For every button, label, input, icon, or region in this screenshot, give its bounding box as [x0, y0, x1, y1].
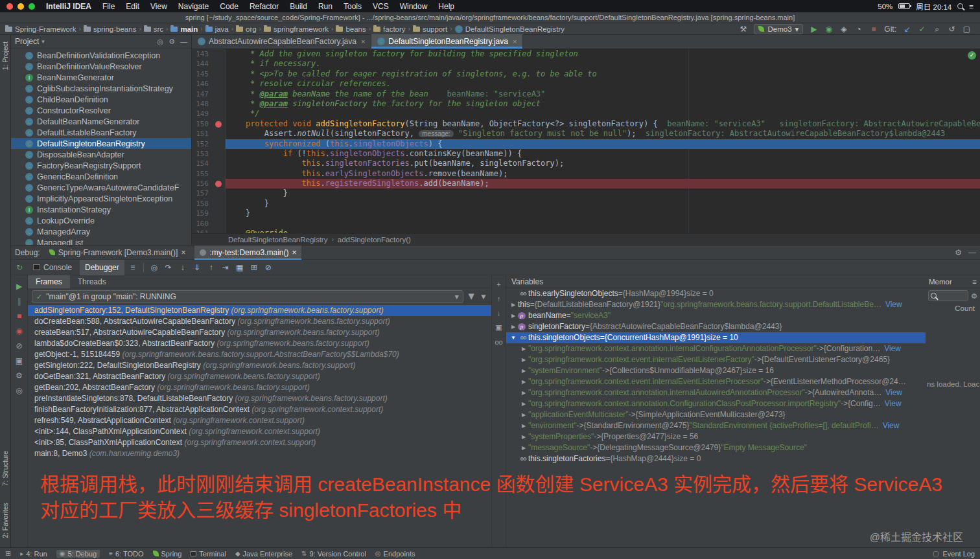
gear-icon[interactable]: ⚙: [169, 38, 175, 46]
code-line-text[interactable]: @Override: [226, 229, 980, 233]
breakpoint-gutter[interactable]: [213, 179, 226, 188]
menu-item-help[interactable]: Help: [438, 2, 454, 11]
run-icon[interactable]: ▶: [810, 25, 818, 34]
variable-row[interactable]: ▶"org.springframework.context.event.inte…: [506, 354, 926, 365]
stack-frame-row[interactable]: createBean:517, AbstractAutowireCapableB…: [28, 327, 491, 338]
menu-icon[interactable]: ≡: [972, 278, 977, 286]
debug-icon[interactable]: ◉: [824, 25, 833, 34]
mute-breakpoints-icon[interactable]: ⊘: [262, 263, 274, 272]
frame-down-icon[interactable]: ▶: [467, 293, 476, 299]
pin-icon[interactable]: ◎: [16, 386, 22, 395]
menu-item-refactor[interactable]: Refactor: [250, 2, 279, 11]
breakpoint-icon[interactable]: [215, 181, 222, 187]
code-line-text[interactable]: * if necessary.: [226, 59, 980, 69]
collapsed-icon[interactable]: ▶: [519, 354, 528, 365]
variable-row[interactable]: ▶"systemProperties" -> {Properties@2477}…: [506, 431, 926, 442]
variable-row[interactable]: ▶"org.springframework.context.annotation…: [506, 343, 926, 354]
breakpoint-gutter[interactable]: [213, 169, 226, 179]
breadcrumb-item-defaultsingletonbeanregistry[interactable]: CDefaultSingletonBeanRegistry: [455, 25, 565, 33]
collapsed-icon[interactable]: ▶: [519, 420, 528, 431]
menu-item-build[interactable]: Build: [290, 2, 307, 11]
memory-count-header[interactable]: Count: [926, 303, 980, 314]
stack-frame-row[interactable]: <init>:85, ClassPathXmlApplicationContex…: [28, 437, 491, 448]
tree-item-constructorresolver[interactable]: CConstructorResolver: [11, 105, 191, 116]
tree-item-lookupoverride[interactable]: CLookupOverride: [11, 215, 191, 226]
code-line-text[interactable]: */: [226, 109, 980, 119]
variable-row[interactable]: ▶pbeanName = "serviceA3": [506, 310, 926, 321]
force-step-into-icon[interactable]: ⇓: [191, 263, 203, 272]
spotlight-search-icon[interactable]: [957, 3, 963, 9]
breakpoint-gutter[interactable]: [213, 129, 226, 139]
variable-row[interactable]: ▶"systemEnvironment" -> {Collections$Unm…: [506, 365, 926, 376]
tree-item-beandefinitionvalidationexception[interactable]: CBeanDefinitionValidationException: [11, 50, 191, 61]
code-line-text[interactable]: this.singletonFactories.put(beanName, si…: [226, 159, 980, 168]
view-link[interactable]: View: [885, 299, 902, 310]
code-line-text[interactable]: * <p>To be called for eager registration…: [226, 69, 980, 79]
collapsed-icon[interactable]: ▶: [519, 409, 528, 420]
tab-frames[interactable]: Frames: [28, 275, 70, 288]
filter-frames-icon[interactable]: ▼: [480, 292, 487, 301]
step-over-icon[interactable]: ↷: [163, 263, 174, 272]
run-config-select[interactable]: Demo3▾: [754, 24, 803, 34]
code-line-text[interactable]: }: [226, 188, 980, 198]
statusbar-item-spring[interactable]: Spring: [153, 550, 182, 558]
memory-search-input[interactable]: [928, 290, 968, 301]
tab-threads[interactable]: Threads: [70, 275, 114, 288]
breakpoint-gutter[interactable]: [213, 89, 226, 99]
close-window-button[interactable]: [6, 3, 13, 10]
breakpoint-gutter[interactable]: [213, 219, 226, 229]
debug-session-tab-active[interactable]: :my-test:Demo3.main() ×: [194, 245, 301, 260]
gear-icon[interactable]: ⚙: [955, 248, 962, 257]
hide-panel-icon[interactable]: —: [180, 38, 187, 46]
breadcrumb-item-org[interactable]: org: [236, 25, 257, 33]
statusbar-item-vcs[interactable]: ⇅9: Version Control: [301, 550, 366, 558]
window-layout-icon[interactable]: ▢: [962, 25, 971, 34]
inspections-ok-icon[interactable]: ✓: [968, 51, 976, 60]
variable-row[interactable]: ▶"applicationEventMulticaster" -> {Simpl…: [506, 409, 926, 420]
rerun-icon[interactable]: ↻: [14, 263, 25, 272]
breadcrumb-item-factory[interactable]: factory: [373, 25, 406, 33]
view-link[interactable]: View: [885, 387, 902, 398]
collapsed-icon[interactable]: ▶: [519, 387, 528, 398]
menu-item-view[interactable]: View: [150, 2, 167, 11]
menu-item-intellij-idea[interactable]: IntelliJ IDEA: [46, 2, 91, 11]
tree-item-factorybeanregistrysupport[interactable]: CFactoryBeanRegistrySupport: [11, 160, 191, 171]
variable-row[interactable]: ▶"messageSource" -> {DelegatingMessageSo…: [506, 442, 926, 453]
code-line-text[interactable]: * @param singletonFactory the factory fo…: [226, 99, 980, 109]
statusbar-item-run[interactable]: ▸4: Run: [20, 550, 47, 558]
menu-item-edit[interactable]: Edit: [126, 2, 139, 11]
chevron-down-icon[interactable]: ▾: [41, 38, 45, 45]
menu-item-file[interactable]: File: [102, 2, 115, 11]
statusbar-item-endpoints[interactable]: ◎Endpoints: [375, 550, 415, 558]
git-commit-icon[interactable]: ✓: [918, 25, 926, 34]
breadcrumb-item-spring-beans[interactable]: spring-beans: [84, 25, 136, 33]
breakpoint-gutter[interactable]: [213, 59, 226, 69]
stack-frame-row[interactable]: main:8, Demo3 (com.hanxueming.demo3): [28, 448, 491, 459]
variable-row[interactable]: ▶"org.springframework.context.annotation…: [506, 398, 926, 409]
code-line-text[interactable]: protected void addSingletonFactory(Strin…: [226, 119, 980, 129]
thread-selector[interactable]: ✓ "main"@1 in group "main": RUNNING ▾: [32, 290, 463, 303]
breadcrumb-item-spring-framework[interactable]: Spring-Framework: [5, 25, 76, 33]
build-hammer-icon[interactable]: ⚒: [739, 25, 747, 34]
close-icon[interactable]: ×: [181, 248, 185, 257]
code-editor[interactable]: 143 * Add the given singleton factory fo…: [192, 49, 980, 233]
variable-row[interactable]: ▶"org.springframework.context.annotation…: [506, 387, 926, 398]
variable-row[interactable]: ▶"org.springframework.context.event.inte…: [506, 376, 926, 387]
stack-frame-row[interactable]: doCreateBean:588, AbstractAutowireCapabl…: [28, 316, 491, 327]
toolwindow-switcher-icon[interactable]: ⊞: [5, 549, 11, 558]
toolwindow-favorites-button[interactable]: 2: Favorites: [1, 503, 9, 538]
tree-item-childbeandefinition[interactable]: CChildBeanDefinition: [11, 94, 191, 105]
menu-item-tools[interactable]: Tools: [344, 2, 362, 11]
breakpoint-gutter[interactable]: [213, 149, 226, 159]
stack-frame-row[interactable]: preInstantiateSingletons:878, DefaultLis…: [28, 393, 491, 404]
variable-row[interactable]: ▶this = {DefaultListableBeanFactory@1921…: [506, 299, 926, 310]
editor-tab-defaultsingletonbeanregistry.java[interactable]: CDefaultSingletonBeanRegistry.java×: [371, 34, 523, 49]
tree-item-cglibsubclassinginstantiationstrategy[interactable]: CCglibSubclassingInstantiationStrategy: [11, 83, 191, 94]
view-link[interactable]: View: [883, 420, 900, 431]
close-icon[interactable]: ×: [292, 248, 296, 257]
tree-item-managedlist[interactable]: CManagedList: [11, 237, 191, 245]
stop-icon[interactable]: ■: [17, 312, 21, 321]
breakpoint-gutter[interactable]: [213, 69, 226, 79]
statusbar-item-todo[interactable]: ≡6: TODO: [109, 550, 143, 558]
breadcrumb-item-main[interactable]: main: [170, 25, 198, 33]
